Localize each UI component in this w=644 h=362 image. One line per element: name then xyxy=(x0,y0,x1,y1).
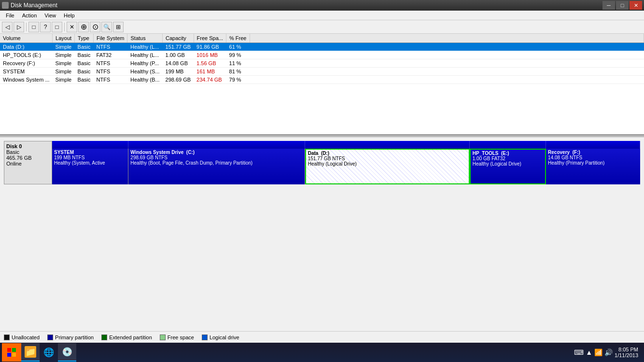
data-partition-name: Data (D:) xyxy=(308,151,467,156)
recovery-partition-size: 14.08 GB NTFS xyxy=(548,155,638,160)
volume-row-2[interactable]: Recovery (F:)SimpleBasicNTFSHealthy (P..… xyxy=(0,59,644,68)
menu-file[interactable]: File xyxy=(2,12,18,19)
volume-cell-2-6: 1.56 GB xyxy=(194,59,226,68)
col-status[interactable]: Status xyxy=(127,34,163,43)
recovery-partition-status: Healthy (Primary Partition) xyxy=(548,160,638,166)
volume-cell-0-7: 61 % xyxy=(226,43,250,51)
volume-row-3[interactable]: SYSTEMSimpleBasicNTFSHealthy (S...199 MB… xyxy=(0,68,644,76)
volume-cell-2-7: 11 % xyxy=(226,59,250,68)
toggle-button[interactable]: □ xyxy=(52,22,62,32)
volume-cell-3-4: Healthy (S... xyxy=(127,68,163,76)
volume-icon: 🔊 xyxy=(604,348,613,356)
help-button[interactable]: ? xyxy=(40,22,51,32)
partition-system[interactable]: SYSTEM 199 MB NTFS Healthy (System, Acti… xyxy=(52,149,128,184)
col-layout[interactable]: Layout xyxy=(53,34,75,43)
extended-label: Extended partition xyxy=(109,334,152,340)
volume-list-panel: Volume Layout Type File System Status Ca… xyxy=(0,34,644,135)
blue-seg-2 xyxy=(128,141,305,149)
volume-cell-0-5: 151.77 GB xyxy=(163,43,194,51)
legend-unallocated: Unallocated xyxy=(4,334,40,340)
volume-cell-2-2: Basic xyxy=(75,59,94,68)
legend-primary: Primary partition xyxy=(47,334,94,340)
legend-bar: Unallocated Primary partition Extended p… xyxy=(0,331,644,343)
taskbar-right: ⌨ ▲ 📶 🔊 8:05 PM 1/11/2013 xyxy=(574,347,642,358)
taskbar-clock[interactable]: 8:05 PM 1/11/2013 xyxy=(615,347,638,358)
primary-swatch xyxy=(47,334,53,340)
volume-cell-3-2: Basic xyxy=(75,68,94,76)
volume-cell-3-0: SYSTEM xyxy=(0,68,53,76)
taskbar-explorer[interactable]: 📁 xyxy=(21,343,40,362)
col-freespace[interactable]: Free Spa... xyxy=(194,34,226,43)
extend-button[interactable]: ⊕ xyxy=(78,22,89,32)
clock-date: 1/11/2013 xyxy=(615,352,638,358)
col-percentfree[interactable]: % Free xyxy=(226,34,250,43)
volume-cell-3-3: NTFS xyxy=(94,68,127,76)
volume-cell-2-3: NTFS xyxy=(94,59,127,68)
disk-0-name: Disk 0 xyxy=(6,143,50,149)
col-capacity[interactable]: Capacity xyxy=(163,34,194,43)
toolbar: ◁ ▷ □ ? □ ✕ ⊕ ⊙ 🔍 ⊞ xyxy=(0,20,644,34)
volume-row-4[interactable]: Windows System ...SimpleBasicNTFSHealthy… xyxy=(0,76,644,84)
menu-view[interactable]: View xyxy=(41,12,60,19)
legend-freespace: Free space xyxy=(160,334,194,340)
volume-row-0[interactable]: Data (D:)SimpleBasicNTFSHealthy (L...151… xyxy=(0,43,644,51)
window-controls: ─ □ ✕ xyxy=(602,1,642,10)
chevron-icon[interactable]: ▲ xyxy=(586,348,592,356)
explorer-icon: 📁 xyxy=(25,346,36,358)
legend-extended: Extended partition xyxy=(101,334,152,340)
blue-seg-3 xyxy=(305,141,470,149)
ie-icon: 🌐 xyxy=(43,347,55,358)
back-button[interactable]: ◁ xyxy=(2,22,13,32)
volume-cell-3-extra xyxy=(250,68,644,76)
partition-hp-tools[interactable]: HP_TOOLS (E:) 1.00 GB FAT32 Healthy (Log… xyxy=(470,149,546,184)
partition-recovery-inner: Recovery (F:) 14.08 GB NTFS Healthy (Pri… xyxy=(546,149,640,184)
disk-mgmt-icon: 💿 xyxy=(61,346,73,358)
rescan-button[interactable]: ⊞ xyxy=(113,22,124,32)
taskbar-ie[interactable]: 🌐 xyxy=(40,343,58,362)
partitions-body: SYSTEM 199 MB NTFS Healthy (System, Acti… xyxy=(52,149,640,184)
partition-data[interactable]: Data (D:) 151.77 GB NTFS Healthy (Logica… xyxy=(305,149,470,184)
minimize-button[interactable]: ─ xyxy=(602,1,615,10)
legend-logical: Logical drive xyxy=(202,334,239,340)
menu-help[interactable]: Help xyxy=(60,12,79,19)
system-partition-name: SYSTEM xyxy=(54,150,126,155)
svg-rect-3 xyxy=(12,353,16,357)
volume-cell-2-5: 14.08 GB xyxy=(163,59,194,68)
volume-cell-2-0: Recovery (F:) xyxy=(0,59,53,68)
col-volume[interactable]: Volume xyxy=(0,34,53,43)
volume-cell-1-7: 99 % xyxy=(226,51,250,59)
clock-time: 8:05 PM xyxy=(618,347,638,352)
volume-cell-3-6: 161 MB xyxy=(194,68,226,76)
app-icon xyxy=(2,2,9,9)
taskbar-disk-mgmt[interactable]: 💿 xyxy=(58,343,76,362)
properties-button[interactable]: □ xyxy=(28,22,39,32)
delete-button[interactable]: 🔍 xyxy=(101,22,112,32)
forward-button[interactable]: ▷ xyxy=(14,22,24,32)
svg-rect-2 xyxy=(7,353,11,357)
volume-cell-2-extra xyxy=(250,59,644,68)
volume-row-1[interactable]: HP_TOOLS (E:)SimpleBasicFAT32Healthy (L.… xyxy=(0,51,644,59)
data-partition-size: 151.77 GB NTFS xyxy=(308,156,467,161)
volume-cell-1-5: 1.00 GB xyxy=(163,51,194,59)
start-button[interactable] xyxy=(2,343,21,362)
close-button[interactable]: ✕ xyxy=(630,1,642,10)
unallocated-swatch xyxy=(4,334,10,340)
blue-seg-1 xyxy=(52,141,128,149)
menu-action[interactable]: Action xyxy=(18,12,41,19)
hp-tools-partition-status: Healthy (Logical Drive) xyxy=(473,161,543,167)
partition-recovery[interactable]: Recovery (F:) 14.08 GB NTFS Healthy (Pri… xyxy=(546,149,640,184)
shrink-button[interactable]: ⊙ xyxy=(90,22,100,32)
volume-cell-4-4: Healthy (B... xyxy=(127,76,163,84)
volume-cell-0-1: Simple xyxy=(53,43,75,51)
disk-0-status: Online xyxy=(6,161,50,167)
col-type[interactable]: Type xyxy=(75,34,94,43)
col-filesystem[interactable]: File System xyxy=(94,34,127,43)
windows-partition-status: Healthy (Boot, Page File, Crash Dump, Pr… xyxy=(130,160,302,166)
hp-tools-partition-name: HP_TOOLS (E:) xyxy=(473,151,543,156)
new-volume-button[interactable]: ✕ xyxy=(67,22,77,32)
partition-hp-tools-inner: HP_TOOLS (E:) 1.00 GB FAT32 Healthy (Log… xyxy=(471,150,545,183)
partition-windows[interactable]: Windows System Drive (C:) 298.69 GB NTFS… xyxy=(128,149,305,184)
partition-system-inner: SYSTEM 199 MB NTFS Healthy (System, Acti… xyxy=(52,149,128,184)
freespace-label: Free space xyxy=(168,334,194,340)
maximize-button[interactable]: □ xyxy=(616,1,629,10)
